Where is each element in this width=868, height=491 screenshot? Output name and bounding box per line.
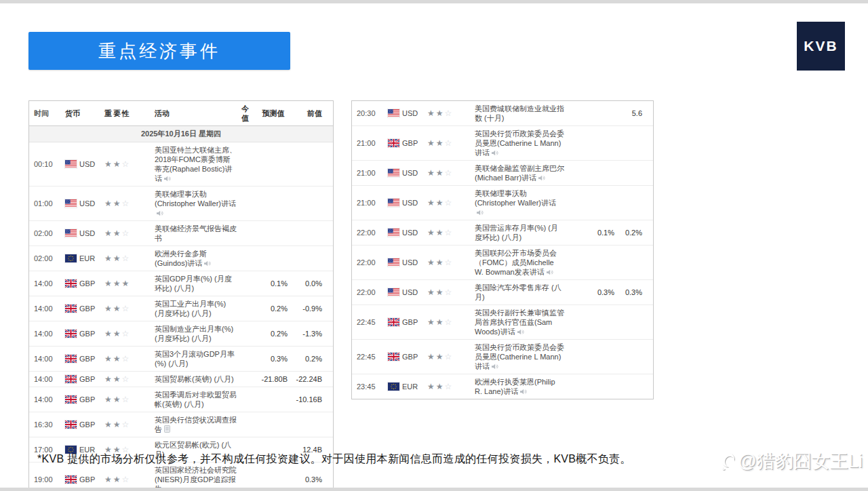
actual-value xyxy=(239,331,257,336)
event-activity: 欧洲央行金多斯(Guindos)讲话 xyxy=(153,246,239,271)
forecast-value xyxy=(257,477,290,482)
event-currency: GBP xyxy=(63,326,102,341)
star-icon: ★ xyxy=(113,475,122,484)
importance-stars: ★★☆ xyxy=(425,225,473,240)
star-icon: ★ xyxy=(113,254,122,263)
event-row: 22:45GBP★★☆英国央行货币政策委员会委员曼恩(Catherine L M… xyxy=(352,340,653,374)
activity-text: 美联储理事沃勒(Christopher Waller)讲话 xyxy=(155,190,236,208)
event-currency: GBP xyxy=(63,351,102,366)
forecast-value xyxy=(584,111,616,116)
star-icon: ★ xyxy=(104,420,113,429)
event-row: 22:00USD★★☆美国除汽车外零售库存 (八月)0.3%0.3% xyxy=(352,280,653,305)
us-flag-icon xyxy=(388,258,399,267)
previous-value: -0.9% xyxy=(290,301,333,316)
forecast-value xyxy=(584,384,616,389)
document-icon xyxy=(164,425,170,433)
forecast-value xyxy=(257,161,290,167)
star-icon: ☆ xyxy=(445,352,454,361)
activity-text: 英国央行货币政策委员会委员曼恩(Catherine L Mann)讲话 xyxy=(475,343,564,370)
us-flag-icon xyxy=(65,160,77,168)
star-icon: ☆ xyxy=(445,198,454,208)
star-icon: ★ xyxy=(436,109,445,118)
header-time: 时间 xyxy=(29,106,63,121)
event-time: 14:00 xyxy=(29,372,63,387)
event-time: 14:00 xyxy=(29,276,63,291)
event-row: 22:00USD★★☆美国营运库存月率(%) (月度环比) (八月)0.1%0.… xyxy=(352,220,653,246)
event-activity: 英国央行副行长兼审慎监管局首席执行官伍兹(Sam Woods)讲话 xyxy=(473,305,566,339)
event-activity: 美联储经济景气报告褐皮书 xyxy=(153,221,239,246)
activity-text: 美国联邦公开市场委员会（FOMC）成员Michelle W. Bowman发表讲… xyxy=(475,249,557,276)
speaker-icon xyxy=(157,210,164,216)
event-row: 20:30USD★★☆美国费城联储制造业就业指数 (十月)5.6 xyxy=(352,101,653,126)
activity-text: 美国除汽车外零售库存 (八月) xyxy=(475,283,561,301)
header-activity: 活动 xyxy=(153,106,239,121)
actual-value xyxy=(239,256,257,261)
star-icon: ★ xyxy=(427,138,436,148)
event-time: 22:45 xyxy=(352,315,386,330)
event-time: 14:00 xyxy=(29,301,63,316)
actual-value xyxy=(566,260,584,265)
forecast-value xyxy=(584,354,616,359)
leopard-logo-icon xyxy=(717,451,736,471)
forecast-value xyxy=(584,140,616,146)
event-time: 16:30 xyxy=(29,417,63,432)
star-icon: ★ xyxy=(436,352,445,361)
previous-value: 0.3% xyxy=(616,285,653,300)
gb-flag-icon xyxy=(65,279,77,288)
event-time: 21:00 xyxy=(352,136,386,151)
star-icon: ☆ xyxy=(445,258,454,267)
economic-calendar-left: 时间 货币 重要性 活动 今值 预测值 前值 2025年10月16日 星期四 0… xyxy=(28,100,334,491)
previous-value: 0.2% xyxy=(616,225,653,240)
actual-value xyxy=(566,384,584,389)
eu-flag-icon xyxy=(388,382,399,391)
star-icon: ★ xyxy=(104,354,113,364)
currency-code: GBP xyxy=(79,304,95,313)
forecast-value xyxy=(584,200,616,205)
currency-code: USD xyxy=(402,168,418,178)
event-currency: GBP xyxy=(386,315,425,330)
star-icon: ☆ xyxy=(445,138,454,148)
event-row: 02:00USD★★☆美联储经济景气报告褐皮书 xyxy=(29,221,333,246)
star-icon: ★ xyxy=(104,279,113,288)
importance-stars: ★★☆ xyxy=(102,326,153,341)
importance-stars: ★★☆ xyxy=(425,255,473,270)
event-row: 21:00USD★★☆美联储理事沃勒(Christopher Waller)讲话 xyxy=(352,186,653,220)
event-row: 02:00EUR★★☆欧洲央行金多斯(Guindos)讲话 xyxy=(29,246,333,271)
importance-stars: ★★☆ xyxy=(102,372,153,387)
previous-value xyxy=(616,140,653,146)
date-header: 2025年10月16日 星期四 xyxy=(29,126,333,142)
star-icon: ★ xyxy=(436,317,445,327)
previous-value xyxy=(290,161,333,167)
currency-code: GBP xyxy=(79,374,95,384)
currency-code: USD xyxy=(79,159,95,169)
event-currency: USD xyxy=(386,225,425,240)
speaker-icon xyxy=(538,175,546,181)
star-icon: ★ xyxy=(104,395,113,404)
event-activity: 美联储理事沃勒(Christopher Waller)讲话 xyxy=(473,186,566,220)
event-row: 21:00USD★★☆美联储金融监管副主席巴尔(Michael Barr)讲话 xyxy=(352,161,653,186)
event-row: 00:10USD★★☆美国亚特兰大联储主席、2018年FOMC票委博斯蒂克(Ra… xyxy=(29,142,333,186)
event-currency: EUR xyxy=(63,251,102,266)
event-currency: USD xyxy=(386,165,425,180)
actual-value xyxy=(239,397,257,402)
star-icon: ★ xyxy=(113,354,122,364)
event-activity: 美国除汽车外零售库存 (八月) xyxy=(473,280,566,305)
star-icon: ☆ xyxy=(122,374,131,384)
gb-flag-icon xyxy=(388,353,399,361)
actual-value xyxy=(239,231,257,236)
event-row: 16:30GBP★★☆英国央行信贷状况调查报告 xyxy=(29,412,333,437)
actual-value xyxy=(566,354,584,359)
event-time: 14:00 xyxy=(29,392,63,407)
actual-value xyxy=(566,140,584,146)
activity-text: 美国费城联储制造业就业指数 (十月) xyxy=(475,104,564,122)
previous-value: 5.6 xyxy=(616,106,653,121)
event-currency: GBP xyxy=(63,276,102,291)
actual-value xyxy=(566,230,584,235)
event-activity: 美国费城联储制造业就业指数 (十月) xyxy=(473,101,566,125)
actual-value xyxy=(566,319,584,325)
star-icon: ☆ xyxy=(122,395,131,404)
previous-value xyxy=(616,170,653,176)
star-icon: ★ xyxy=(113,329,122,338)
event-time: 23:45 xyxy=(352,379,386,394)
actual-value xyxy=(566,290,584,295)
